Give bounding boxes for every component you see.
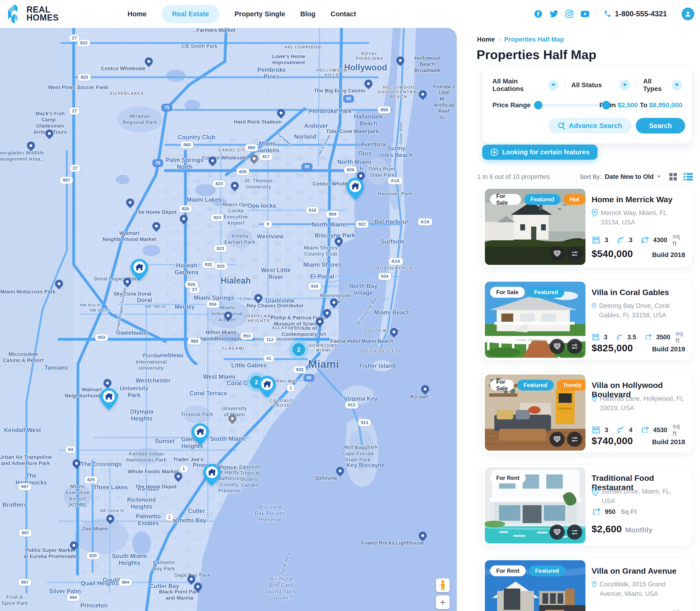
property-marker-pin[interactable] — [130, 258, 149, 281]
type-dropdown[interactable]: All Types — [643, 77, 682, 93]
property-title[interactable]: Home in Merrick Way — [592, 195, 673, 204]
map-label: Princeton — [80, 602, 107, 609]
property-title[interactable]: Villa in Coral Gables — [592, 288, 669, 297]
poi-pin-icon[interactable] — [106, 515, 114, 525]
heart-icon — [553, 436, 561, 443]
property-address: Deering Bay Drive, Coral Gables, FL 3315… — [592, 301, 685, 320]
property-marker-pin[interactable] — [100, 388, 118, 411]
map-label: Hialeah Gardens — [174, 262, 198, 276]
user-avatar-icon[interactable] — [682, 8, 694, 20]
search-button[interactable]: Search — [636, 118, 685, 134]
property-details: Villa in Coral Gables Deering Bay Drive,… — [592, 279, 685, 360]
compare-button[interactable] — [567, 246, 582, 261]
poi-pin-icon[interactable] — [152, 222, 161, 233]
streetview-pegman-button[interactable] — [436, 578, 450, 592]
chevron-down-icon[interactable] — [672, 80, 682, 90]
status-dropdown[interactable]: All Status — [571, 80, 630, 90]
route-shield: 826 — [236, 168, 249, 176]
poi-pin-icon[interactable] — [254, 294, 262, 304]
zoom-in-button[interactable]: + — [436, 595, 450, 609]
poi-pin-icon[interactable] — [73, 459, 80, 470]
map[interactable]: ...Farmers MarketCB Smith ParkLowe's Hom… — [0, 28, 457, 611]
chevron-down-icon[interactable] — [620, 80, 630, 90]
property-photo[interactable]: For Sale Featured — [485, 282, 585, 358]
property-marker-pin[interactable] — [346, 177, 364, 200]
compare-button[interactable] — [567, 524, 582, 540]
poi-pin-icon[interactable] — [55, 280, 63, 290]
map-label: NW 36th St — [90, 308, 111, 313]
poi-pin-icon[interactable] — [174, 472, 182, 483]
photo-actions — [550, 246, 582, 261]
nav-item-blog[interactable]: Blog — [300, 10, 315, 18]
compare-button[interactable] — [567, 432, 582, 447]
nav-item-home[interactable]: Home — [127, 10, 147, 18]
poi-pin-icon[interactable] — [45, 130, 54, 140]
property-title[interactable]: Villa on Grand Avenue — [592, 566, 676, 576]
nav-item-contact[interactable]: Contact — [331, 10, 356, 18]
poi-pin-icon[interactable] — [336, 467, 344, 477]
favorite-button[interactable] — [550, 524, 565, 540]
poi-pin-icon[interactable] — [145, 57, 153, 68]
property-photo[interactable]: For Sale Featured Trendy — [485, 374, 585, 450]
property-marker-pin[interactable] — [258, 375, 276, 398]
list-view-icon[interactable] — [683, 172, 694, 181]
advance-search-button[interactable]: Advance Search — [548, 118, 632, 134]
poi-pin-icon[interactable] — [27, 141, 35, 152]
poi-pin-icon[interactable] — [250, 154, 258, 165]
twitter-icon[interactable] — [550, 10, 558, 18]
breadcrumb-home-link[interactable]: Home — [477, 36, 495, 43]
poi-pin-icon[interactable] — [180, 215, 188, 225]
poi-pin-icon[interactable] — [126, 198, 134, 209]
poi-pin-icon[interactable] — [194, 583, 202, 593]
poi-pin-icon[interactable] — [209, 157, 216, 167]
poi-pin-icon[interactable] — [231, 182, 239, 192]
map-label: DOWNTOWN MIAMI — [309, 343, 338, 353]
route-shield: 997 — [60, 177, 73, 184]
compare-button[interactable] — [567, 339, 582, 354]
poi-pin-icon[interactable] — [228, 414, 237, 425]
property-photo[interactable]: For Rent Featured — [485, 560, 585, 611]
instagram-icon[interactable] — [565, 10, 574, 18]
poi-pin-icon[interactable] — [421, 385, 429, 396]
poi-pin-icon[interactable] — [396, 57, 404, 67]
map-label: Zoo Miami — [82, 526, 108, 532]
poi-pin-icon[interactable] — [419, 90, 427, 101]
logo[interactable]: REALHOMES — [7, 3, 59, 24]
chevron-down-icon[interactable] — [548, 80, 559, 90]
poi-pin-icon[interactable] — [70, 541, 78, 552]
poi-pin-icon[interactable] — [419, 532, 427, 542]
route-shield: 953 — [240, 332, 254, 340]
location-dropdown[interactable]: All Main Locations — [492, 77, 559, 93]
poi-pin-icon[interactable] — [330, 298, 338, 309]
route-shield: 1 — [180, 465, 188, 473]
property-photo[interactable]: For Rent — [485, 467, 585, 543]
poi-pin-icon[interactable] — [390, 328, 398, 338]
youtube-icon[interactable] — [581, 10, 589, 18]
poi-pin-icon[interactable] — [277, 109, 285, 119]
poi-pin-icon[interactable] — [224, 312, 232, 322]
nav-item-property-single[interactable]: Property Single — [234, 10, 285, 18]
favorite-button[interactable] — [550, 246, 565, 261]
price-slider-max-handle[interactable] — [602, 101, 610, 109]
facebook-icon[interactable] — [534, 10, 543, 18]
features-search-button[interactable]: Looking for certain features — [482, 145, 597, 160]
favorite-button[interactable] — [550, 432, 565, 447]
poi-pin-icon[interactable] — [316, 317, 324, 328]
poi-pin-icon[interactable] — [364, 80, 372, 90]
price-range-slider[interactable] — [537, 104, 599, 107]
poi-pin-icon[interactable] — [335, 237, 343, 248]
poi-pin-icon[interactable] — [323, 309, 331, 319]
property-marker-pin[interactable] — [191, 423, 210, 446]
grid-view-icon[interactable] — [668, 172, 678, 181]
phone-link[interactable]: 1-800-555-4321 — [604, 10, 667, 18]
favorite-button[interactable] — [550, 339, 565, 354]
nav-item-real-estate[interactable]: Real Estate — [162, 5, 219, 23]
map-label: ALLAPATTAH — [272, 326, 303, 330]
property-marker-pin[interactable] — [203, 464, 221, 486]
price-slider-min-handle[interactable] — [534, 101, 543, 109]
property-cluster-marker[interactable]: 2 — [289, 340, 309, 359]
map-label: Surfside — [381, 238, 404, 245]
route-shield: 94 — [65, 446, 76, 453]
sort-value-dropdown[interactable]: Date New to Old — [605, 173, 654, 180]
property-photo[interactable]: For Sale Featured Hot — [485, 189, 585, 265]
